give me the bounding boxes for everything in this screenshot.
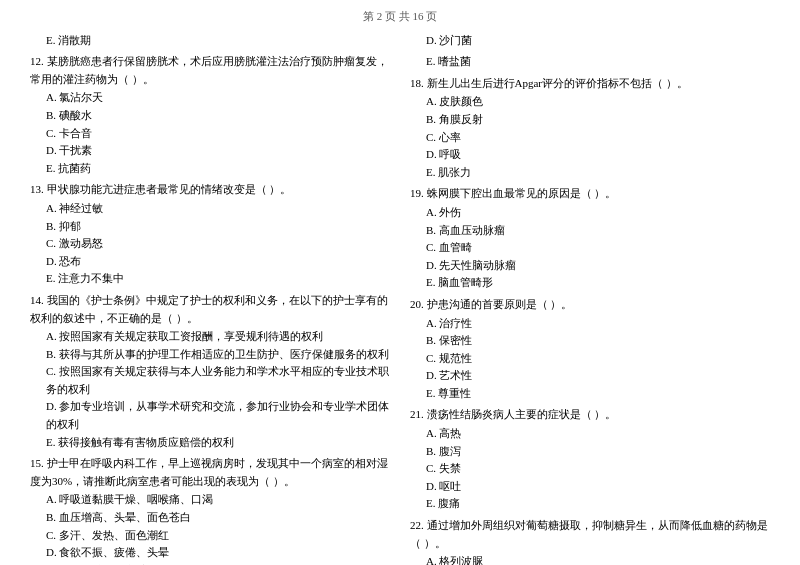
q-e-xiaozhiqi: E. 消散期 [30, 32, 390, 50]
right-column: D. 沙门菌 E. 嗜盐菌 18. 新生儿出生后进行Apgar评分的评价指标不包… [410, 32, 770, 565]
question-13: 13. 甲状腺功能亢进症患者最常见的情绪改变是（ ）。 A. 神经过敏 B. 抑… [30, 181, 390, 288]
q19-opt-e: E. 脑血管畸形 [410, 274, 770, 292]
q18-opt-d: D. 呼吸 [410, 146, 770, 164]
q14-opt-c: C. 按照国家有关规定获得与本人业务能力和学术水平相应的专业技术职务的权利 [30, 363, 390, 398]
q20-opt-c: C. 规范性 [410, 350, 770, 368]
q21-opt-c: C. 失禁 [410, 460, 770, 478]
question-19: 19. 蛛网膜下腔出血最常见的原因是（ ）。 A. 外伤 B. 高血压动脉瘤 C… [410, 185, 770, 292]
question-14: 14. 我国的《护士条例》中规定了护士的权利和义务，在以下的护士享有的权利的叙述… [30, 292, 390, 451]
option-text: E. 消散期 [30, 32, 390, 50]
q22-text: 22. 通过增加外周组织对葡萄糖摄取，抑制糖异生，从而降低血糖的药物是（ ）。 [410, 517, 770, 552]
option-text: D. 沙门菌 [410, 32, 770, 50]
q20-opt-d: D. 艺术性 [410, 367, 770, 385]
q14-opt-d: D. 参加专业培训，从事学术研究和交流，参加行业协会和专业学术团体的权利 [30, 398, 390, 433]
q18-opt-e: E. 肌张力 [410, 164, 770, 182]
q19-text: 19. 蛛网膜下腔出血最常见的原因是（ ）。 [410, 185, 770, 203]
q18-opt-a: A. 皮肤颜色 [410, 93, 770, 111]
q21-opt-a: A. 高热 [410, 425, 770, 443]
q18-opt-b: B. 角膜反射 [410, 111, 770, 129]
main-content: E. 消散期 12. 某膀胱癌患者行保留膀胱术，术后应用膀胱灌注法治疗预防肿瘤复… [30, 32, 770, 565]
page-header: 第 2 页 共 16 页 [30, 8, 770, 26]
q19-opt-b: B. 高血压动脉瘤 [410, 222, 770, 240]
question-15: 15. 护士甲在呼吸内科工作，早上巡视病房时，发现其中一个病室的相对湿度为30%… [30, 455, 390, 565]
q20-text: 20. 护患沟通的首要原则是（ ）。 [410, 296, 770, 314]
q12-opt-a: A. 氯沾尔天 [30, 89, 390, 107]
q21-text: 21. 溃疡性结肠炎病人主要的症状是（ ）。 [410, 406, 770, 424]
q14-opt-a: A. 按照国家有关规定获取工资报酬，享受规利待遇的权利 [30, 328, 390, 346]
question-20: 20. 护患沟通的首要原则是（ ）。 A. 治疗性 B. 保密性 C. 规范性 … [410, 296, 770, 403]
q12-opt-b: B. 碘酸水 [30, 107, 390, 125]
q15-opt-d: D. 食欲不振、疲倦、头晕 [30, 544, 390, 562]
q19-opt-d: D. 先天性脑动脉瘤 [410, 257, 770, 275]
question-18: 18. 新生儿出生后进行Apgar评分的评价指标不包括（ ）。 A. 皮肤颜色 … [410, 75, 770, 182]
option-text: E. 嗜盐菌 [410, 53, 770, 71]
q15-text: 15. 护士甲在呼吸内科工作，早上巡视病房时，发现其中一个病室的相对湿度为30%… [30, 455, 390, 490]
q12-opt-c: C. 卡合音 [30, 125, 390, 143]
q14-opt-e: E. 获得接触有毒有害物质应赔偿的权利 [30, 434, 390, 452]
q22-opt-a: A. 格列波脲 [410, 553, 770, 565]
q13-opt-a: A. 神经过敏 [30, 200, 390, 218]
question-12: 12. 某膀胱癌患者行保留膀胱术，术后应用膀胱灌注法治疗预防肿瘤复发，常用的灌注… [30, 53, 390, 177]
q21-opt-b: B. 腹泻 [410, 443, 770, 461]
q-e-lingjun: E. 嗜盐菌 [410, 53, 770, 71]
q19-opt-a: A. 外伤 [410, 204, 770, 222]
question-21: 21. 溃疡性结肠炎病人主要的症状是（ ）。 A. 高热 B. 腹泻 C. 失禁… [410, 406, 770, 513]
q12-opt-e: E. 抗菌药 [30, 160, 390, 178]
q14-opt-b: B. 获得与其所从事的护理工作相适应的卫生防护、医疗保健服务的权利 [30, 346, 390, 364]
q20-opt-b: B. 保密性 [410, 332, 770, 350]
question-22: 22. 通过增加外周组织对葡萄糖摄取，抑制糖异生，从而降低血糖的药物是（ ）。 … [410, 517, 770, 565]
q12-text: 12. 某膀胱癌患者行保留膀胱术，术后应用膀胱灌注法治疗预防肿瘤复发，常用的灌注… [30, 53, 390, 88]
q21-opt-e: E. 腹痛 [410, 495, 770, 513]
q13-text: 13. 甲状腺功能亢进症患者最常见的情绪改变是（ ）。 [30, 181, 390, 199]
q-d-shachuanjun: D. 沙门菌 [410, 32, 770, 50]
q15-opt-a: A. 呼吸道黏膜干燥、咽喉痛、口渴 [30, 491, 390, 509]
q20-opt-a: A. 治疗性 [410, 315, 770, 333]
q13-opt-c: C. 激动易怒 [30, 235, 390, 253]
q15-opt-b: B. 血压增高、头晕、面色苍白 [30, 509, 390, 527]
q19-opt-c: C. 血管畸 [410, 239, 770, 257]
q13-opt-e: E. 注意力不集中 [30, 270, 390, 288]
q15-opt-c: C. 多汗、发热、面色潮红 [30, 527, 390, 545]
q18-opt-c: C. 心率 [410, 129, 770, 147]
left-column: E. 消散期 12. 某膀胱癌患者行保留膀胱术，术后应用膀胱灌注法治疗预防肿瘤复… [30, 32, 390, 565]
q12-opt-d: D. 干扰素 [30, 142, 390, 160]
q13-opt-d: D. 恐布 [30, 253, 390, 271]
q14-text: 14. 我国的《护士条例》中规定了护士的权利和义务，在以下的护士享有的权利的叙述… [30, 292, 390, 327]
q20-opt-e: E. 尊重性 [410, 385, 770, 403]
q13-opt-b: B. 抑郁 [30, 218, 390, 236]
q18-text: 18. 新生儿出生后进行Apgar评分的评价指标不包括（ ）。 [410, 75, 770, 93]
q21-opt-d: D. 呕吐 [410, 478, 770, 496]
